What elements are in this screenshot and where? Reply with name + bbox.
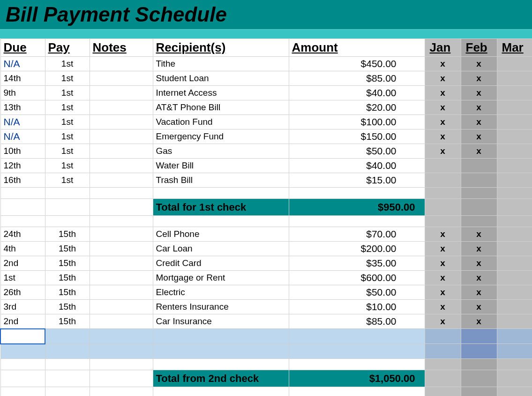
due-cell[interactable]: 2nd (0, 256, 45, 271)
feb-cell[interactable]: x (461, 242, 497, 256)
mar-cell[interactable] (497, 300, 532, 314)
jan-cell[interactable]: x (425, 271, 461, 285)
jan-cell[interactable]: x (425, 57, 461, 71)
recipient-cell[interactable]: Gas (153, 144, 289, 159)
recipient-cell[interactable]: Tithe (153, 57, 289, 71)
due-cell[interactable]: 12th (0, 159, 45, 173)
mar-cell[interactable] (497, 227, 532, 242)
feb-cell[interactable] (461, 173, 497, 188)
jan-cell[interactable]: x (425, 100, 461, 115)
notes-cell[interactable] (90, 144, 153, 159)
notes-cell[interactable] (90, 242, 153, 256)
recipient-cell[interactable]: Electric (153, 285, 289, 300)
due-cell[interactable]: N/A (0, 57, 45, 71)
due-cell[interactable]: 16th (0, 173, 45, 188)
amount-cell[interactable]: $70.00 (289, 227, 425, 242)
recipient-cell[interactable]: AT&T Phone Bill (153, 100, 289, 115)
feb-cell[interactable]: x (461, 227, 497, 242)
recipient-cell[interactable]: Credit Card (153, 256, 289, 271)
pay-cell[interactable]: 1st (45, 144, 90, 159)
pay-cell[interactable]: 15th (45, 285, 90, 300)
due-cell[interactable]: 9th (0, 86, 45, 100)
mar-cell[interactable] (497, 71, 532, 86)
amount-cell[interactable]: $20.00 (289, 100, 425, 115)
feb-cell[interactable]: x (461, 144, 497, 159)
header-mar[interactable]: Mar (497, 39, 532, 57)
pay-cell[interactable]: 1st (45, 115, 90, 129)
active-cell[interactable] (0, 329, 45, 344)
header-jan[interactable]: Jan (425, 39, 461, 57)
jan-cell[interactable]: x (425, 115, 461, 129)
header-amount[interactable]: Amount (289, 39, 425, 57)
recipient-cell[interactable]: Water Bill (153, 159, 289, 173)
header-notes[interactable]: Notes (90, 39, 153, 57)
pay-cell[interactable]: 1st (45, 129, 90, 144)
jan-cell[interactable]: x (425, 71, 461, 86)
amount-cell[interactable]: $150.00 (289, 129, 425, 144)
feb-cell[interactable]: x (461, 271, 497, 285)
due-cell[interactable]: N/A (0, 115, 45, 129)
jan-cell[interactable]: x (425, 314, 461, 329)
pay-cell[interactable]: 1st (45, 173, 90, 188)
amount-cell[interactable]: $10.00 (289, 300, 425, 314)
due-cell[interactable]: 24th (0, 227, 45, 242)
header-pay[interactable]: Pay (45, 39, 90, 57)
recipient-cell[interactable]: Emergency Fund (153, 129, 289, 144)
feb-cell[interactable]: x (461, 314, 497, 329)
recipient-cell[interactable]: Trash Bill (153, 173, 289, 188)
mar-cell[interactable] (497, 57, 532, 71)
mar-cell[interactable] (497, 285, 532, 300)
mar-cell[interactable] (497, 100, 532, 115)
pay-cell[interactable]: 1st (45, 86, 90, 100)
header-due[interactable]: Due (0, 39, 45, 57)
amount-cell[interactable]: $50.00 (289, 285, 425, 300)
mar-cell[interactable] (497, 159, 532, 173)
due-cell[interactable]: 13th (0, 100, 45, 115)
notes-cell[interactable] (90, 256, 153, 271)
mar-cell[interactable] (497, 271, 532, 285)
jan-cell[interactable]: x (425, 227, 461, 242)
due-cell[interactable]: 10th (0, 144, 45, 159)
feb-cell[interactable]: x (461, 57, 497, 71)
pay-cell[interactable]: 15th (45, 300, 90, 314)
feb-cell[interactable]: x (461, 129, 497, 144)
notes-cell[interactable] (90, 57, 153, 71)
jan-cell[interactable] (425, 159, 461, 173)
feb-cell[interactable]: x (461, 285, 497, 300)
feb-cell[interactable]: x (461, 115, 497, 129)
mar-cell[interactable] (497, 256, 532, 271)
notes-cell[interactable] (90, 285, 153, 300)
pay-cell[interactable]: 15th (45, 256, 90, 271)
feb-cell[interactable]: x (461, 86, 497, 100)
amount-cell[interactable]: $50.00 (289, 144, 425, 159)
amount-cell[interactable]: $85.00 (289, 71, 425, 86)
pay-cell[interactable]: 15th (45, 242, 90, 256)
notes-cell[interactable] (90, 71, 153, 86)
recipient-cell[interactable]: Cell Phone (153, 227, 289, 242)
recipient-cell[interactable]: Internet Access (153, 86, 289, 100)
notes-cell[interactable] (90, 100, 153, 115)
amount-cell[interactable]: $85.00 (289, 314, 425, 329)
due-cell[interactable]: 26th (0, 285, 45, 300)
due-cell[interactable]: N/A (0, 129, 45, 144)
notes-cell[interactable] (90, 115, 153, 129)
jan-cell[interactable]: x (425, 86, 461, 100)
pay-cell[interactable]: 15th (45, 314, 90, 329)
header-recipient[interactable]: Recipient(s) (153, 39, 289, 57)
due-cell[interactable]: 1st (0, 271, 45, 285)
recipient-cell[interactable]: Student Loan (153, 71, 289, 86)
notes-cell[interactable] (90, 227, 153, 242)
feb-cell[interactable]: x (461, 71, 497, 86)
amount-cell[interactable]: $35.00 (289, 256, 425, 271)
jan-cell[interactable] (425, 173, 461, 188)
amount-cell[interactable]: $200.00 (289, 242, 425, 256)
mar-cell[interactable] (497, 115, 532, 129)
due-cell[interactable]: 3rd (0, 300, 45, 314)
notes-cell[interactable] (90, 159, 153, 173)
mar-cell[interactable] (497, 242, 532, 256)
amount-cell[interactable]: $100.00 (289, 115, 425, 129)
pay-cell[interactable]: 1st (45, 100, 90, 115)
mar-cell[interactable] (497, 129, 532, 144)
notes-cell[interactable] (90, 300, 153, 314)
feb-cell[interactable]: x (461, 300, 497, 314)
